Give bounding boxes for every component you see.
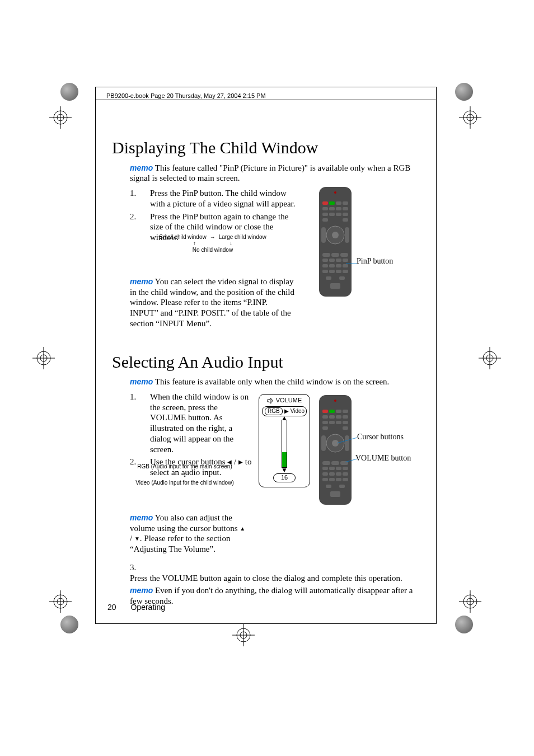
svg-rect-98 — [322, 478, 328, 481]
svg-rect-80 — [343, 421, 348, 424]
svg-point-45 — [332, 232, 339, 238]
svg-rect-32 — [336, 201, 341, 205]
svg-rect-42 — [322, 218, 328, 222]
svg-rect-88 — [331, 461, 339, 465]
svg-rect-74 — [329, 415, 335, 419]
svg-rect-52 — [329, 259, 335, 262]
svg-rect-48 — [322, 253, 330, 257]
svg-rect-90 — [322, 467, 328, 470]
memo2-text: You can select the video signal to displ… — [130, 277, 294, 328]
svg-rect-95 — [329, 472, 335, 476]
svg-point-29 — [334, 191, 336, 194]
svg-rect-39 — [329, 213, 335, 216]
svg-rect-65 — [330, 283, 340, 289]
svg-rect-103 — [339, 485, 345, 488]
memo-text: This feature called "PinP (Picture in Pi… — [130, 163, 410, 183]
volume-osd: VOLUME RGB ▶ Video ▲ ▼ 16 — [259, 394, 310, 487]
svg-rect-75 — [336, 415, 341, 419]
pinp-callout: PinP button — [357, 256, 393, 266]
remote-icon — [318, 394, 353, 506]
header-rule — [95, 100, 437, 100]
callout-line-icon — [337, 436, 357, 444]
svg-rect-93 — [343, 467, 348, 470]
s2-flow-diagram: RGB (Audio input for the main screen) ↕ … — [134, 463, 235, 486]
svg-rect-40 — [336, 213, 341, 216]
svg-rect-100 — [336, 478, 341, 481]
svg-rect-36 — [336, 207, 341, 210]
svg-rect-79 — [336, 421, 341, 424]
s1-step1: 1.Press the PinP button. The child windo… — [130, 188, 298, 209]
svg-rect-69 — [322, 410, 328, 413]
svg-rect-72 — [343, 410, 348, 413]
right-arrow-icon: ▶ — [238, 459, 243, 465]
svg-rect-104 — [330, 491, 340, 497]
svg-rect-56 — [329, 264, 335, 267]
svg-rect-31 — [329, 201, 335, 205]
svg-rect-64 — [339, 276, 345, 280]
svg-rect-37 — [343, 207, 348, 210]
svg-rect-77 — [322, 421, 328, 424]
svg-rect-78 — [329, 421, 335, 424]
s2-step3: 3.Press the VOLUME button again to close… — [130, 562, 425, 584]
svg-rect-60 — [329, 270, 335, 273]
svg-rect-85 — [321, 435, 326, 451]
svg-rect-61 — [336, 270, 341, 273]
down-arrow-icon: ▼ — [134, 536, 140, 542]
svg-rect-50 — [340, 253, 348, 257]
volume-callout: VOLUME button — [355, 453, 411, 463]
section2-memo2: memo You also can adjust the volume usin… — [130, 513, 247, 555]
svg-rect-30 — [322, 201, 328, 205]
svg-rect-55 — [322, 264, 328, 267]
svg-rect-53 — [336, 259, 341, 262]
svg-rect-102 — [326, 485, 331, 488]
down-arrow-icon: ▼ — [281, 466, 288, 475]
cursor-callout: Cursor buttons — [357, 432, 404, 442]
footer-section: Operating — [130, 603, 165, 612]
s1-flow-diagram: Small child window → Large child window … — [134, 234, 291, 254]
memo-label: memo — [130, 163, 153, 172]
section2-memo3: memo Even if you don't do anything, the … — [130, 585, 427, 607]
svg-rect-81 — [322, 426, 328, 430]
svg-rect-96 — [336, 472, 341, 476]
svg-rect-94 — [322, 472, 328, 476]
section1-title: Displaying The Child Window — [112, 137, 425, 158]
page-footer: 20 Operating — [107, 603, 165, 612]
section2-title: Selecting An Audio Input — [112, 351, 425, 373]
s2-step1: 1.When the child window is on the screen… — [130, 392, 254, 455]
svg-line-105 — [337, 438, 357, 443]
svg-rect-57 — [336, 264, 341, 267]
svg-rect-71 — [336, 410, 341, 413]
svg-rect-76 — [343, 415, 348, 419]
svg-rect-59 — [322, 270, 328, 273]
svg-rect-92 — [336, 467, 341, 470]
svg-rect-70 — [329, 410, 335, 413]
svg-rect-43 — [343, 218, 348, 222]
svg-rect-38 — [322, 213, 328, 216]
svg-point-68 — [334, 400, 336, 402]
svg-rect-87 — [322, 461, 330, 465]
page-header-text: PB9200-e.book Page 20 Thursday, May 27, … — [106, 92, 266, 99]
svg-rect-101 — [343, 478, 348, 481]
svg-rect-91 — [329, 467, 335, 470]
svg-rect-99 — [329, 478, 335, 481]
svg-rect-34 — [322, 207, 328, 210]
svg-rect-35 — [329, 207, 335, 210]
section1-memo: memo This feature called "PinP (Picture … — [130, 163, 425, 184]
speaker-icon — [267, 397, 274, 404]
svg-rect-62 — [343, 270, 348, 273]
svg-rect-33 — [343, 201, 348, 205]
section2-memo: memo This feature is available only when… — [130, 377, 425, 387]
svg-rect-46 — [321, 227, 326, 243]
svg-rect-51 — [322, 259, 328, 262]
svg-rect-41 — [343, 213, 348, 216]
section1-memo2: memo You can select the video signal to … — [130, 276, 298, 329]
up-arrow-icon: ▲ — [240, 525, 245, 532]
page-number: 20 — [107, 603, 116, 612]
svg-rect-47 — [345, 227, 349, 243]
svg-rect-49 — [331, 253, 339, 257]
remote-icon — [318, 186, 353, 298]
svg-rect-97 — [343, 472, 348, 476]
svg-rect-63 — [326, 276, 331, 280]
svg-rect-82 — [343, 426, 348, 430]
svg-rect-73 — [322, 415, 328, 419]
